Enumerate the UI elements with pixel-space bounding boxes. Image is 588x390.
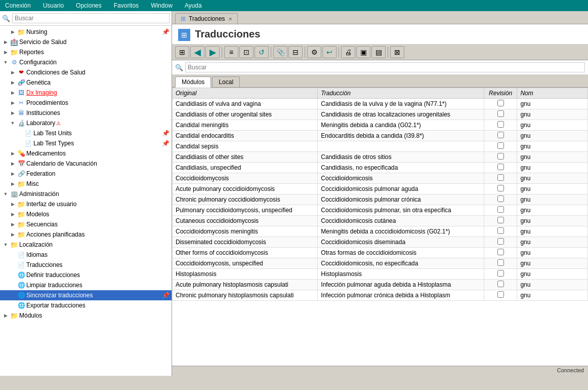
expand-button[interactable]: ⊞ [175,46,189,58]
cell-revision[interactable] [484,237,517,248]
cell-revision[interactable] [484,226,517,237]
sidebar-item-secuencias[interactable]: ▶ 📁 Secuencias [0,219,172,229]
menu-ayuda[interactable]: Ayuda [182,1,205,10]
revision-checkbox[interactable] [497,142,504,149]
menu-usuario[interactable]: Usuario [40,1,67,10]
table-row[interactable]: Histoplasmosis Histoplasmosis gnu [173,269,588,280]
cell-revision[interactable] [484,120,517,131]
menu-opciones[interactable]: Opciones [73,1,105,10]
revision-checkbox[interactable] [497,132,504,138]
revision-checkbox[interactable] [497,196,504,202]
cell-revision[interactable] [484,163,517,173]
view-button[interactable]: ⊟ [288,46,303,58]
sidebar-item-procedimientos[interactable]: ▶ ✂ Procedimientos [0,98,172,108]
table-row[interactable]: Coccidioidomycosis Coccidioidomicosis gn… [173,173,588,184]
table-row[interactable]: Candidiasis of other sites Candidiasis d… [173,152,588,163]
content-search-input[interactable] [185,62,585,72]
revision-checkbox[interactable] [497,185,504,191]
revision-checkbox[interactable] [497,121,504,128]
sidebar-item-acciones[interactable]: ▶ 📁 Acciones planificadas [0,229,172,240]
cell-revision[interactable] [484,152,517,163]
cell-revision[interactable] [484,290,517,301]
revision-checkbox[interactable] [497,206,504,213]
revision-checkbox[interactable] [497,217,504,223]
sidebar-search-input[interactable] [12,13,170,23]
sidebar-item-traducciones[interactable]: 📄 Traducciones [0,260,172,270]
settings-button[interactable]: ⚙ [307,46,321,58]
revision-checkbox[interactable] [497,281,504,287]
table-row[interactable]: Chronic pulmonary histoplasmosis capsula… [173,290,588,301]
sidebar-item-exportar[interactable]: 🌐 Exportar traducciones [0,300,172,310]
sidebar-item-limpiar[interactable]: 🌐 Limpiar traducciones [0,280,172,290]
sidebar-item-servicio[interactable]: ▶ 🏥 Servicio de Salud [0,37,172,47]
revision-checkbox[interactable] [497,270,504,277]
print-button[interactable]: 🖨 [341,46,355,58]
tab-local[interactable]: Local [212,76,240,87]
menu-conexion[interactable]: Conexión [2,1,34,10]
revision-checkbox[interactable] [497,110,504,117]
cell-revision[interactable] [484,194,517,205]
table-row[interactable]: Candidiasis of other urogenital sites Ca… [173,109,588,120]
export-button[interactable]: ▤ [371,46,386,58]
revision-checkbox[interactable] [497,227,504,234]
sidebar-item-genetica[interactable]: ▶ 🧬 Genética [0,77,172,88]
revision-checkbox[interactable] [497,164,504,170]
sidebar-item-sincronizar[interactable]: 🌐 Sincronizar traducciones 📌 [0,290,172,300]
revision-checkbox[interactable] [497,291,504,298]
sidebar-item-medicamentos[interactable]: ▶ 💊 Medicamentos [0,148,172,159]
sidebar-item-administracion[interactable]: ▼ 🏢 Administración [0,189,172,199]
cell-revision[interactable] [484,248,517,258]
menu-favoritos[interactable]: Favoritos [111,1,142,10]
cell-revision[interactable] [484,173,517,184]
cell-revision[interactable] [484,269,517,280]
table-row[interactable]: Coccidioidomycosis, unspecified Coccidio… [173,258,588,269]
revision-checkbox[interactable] [497,238,504,245]
sidebar-item-interfaz[interactable]: ▶ 📁 Interfaz de usuario [0,199,172,209]
table-row[interactable]: Acute pulmonary histoplasmosis capsulati… [173,280,588,290]
table-row[interactable]: Other forms of coccidioidomycosis Otras … [173,248,588,258]
sidebar-item-modulos[interactable]: ▶ 📁 Módulos [0,310,172,321]
sidebar-item-modelos[interactable]: ▶ 📁 Modelos [0,209,172,219]
sidebar-item-reportes[interactable]: ▶ 📁 Reportes [0,47,172,57]
tab-close-button[interactable]: ✕ [228,16,232,22]
revision-checkbox[interactable] [497,259,504,266]
grid-button[interactable]: ▣ [356,46,370,58]
table-row[interactable]: Candidal endocarditis Endocarditis debid… [173,131,588,141]
cell-revision[interactable] [484,205,517,216]
table-row[interactable]: Acute pulmonary coccidioidomycosis Cocci… [173,184,588,194]
cell-revision[interactable] [484,109,517,120]
sidebar-item-federation[interactable]: ▶ 🔗 Federation [0,169,172,179]
table-row[interactable]: Candidiasis, unspecified Candidiasis, no… [173,163,588,173]
sidebar-item-calendario[interactable]: ▶ 📅 Calendario de Vacunación [0,159,172,169]
sidebar-item-localizacion[interactable]: ▼ 📁 Localización [0,240,172,250]
revision-checkbox[interactable] [497,174,504,181]
sidebar-item-labtestunits[interactable]: 📄 Lab Test Units 📌 [0,128,172,138]
forward-button[interactable]: ▶ [205,46,220,58]
sidebar-item-condiciones[interactable]: ▶ ❤ Condiciones de Salud [0,67,172,77]
menu-window[interactable]: Window [148,1,176,10]
revision-checkbox[interactable] [497,153,504,160]
cell-revision[interactable] [484,99,517,109]
back-button[interactable]: ◀ [190,46,204,58]
attach-button[interactable]: 📎 [273,46,287,58]
sidebar-item-instituciones[interactable]: ▶ 🏛 Instituciones [0,108,172,118]
sidebar-item-configuracion[interactable]: ▼ ⚙ Configuración [0,57,172,67]
table-row[interactable]: Candidal meningitis Meningitis debida a … [173,120,588,131]
sidebar-item-labtesttypes[interactable]: 📄 Lab Test Types 📌 [0,138,172,148]
table-row[interactable]: Chronic pulmonary coccidioidomycosis Coc… [173,194,588,205]
sidebar-item-idiomas[interactable]: 📄 Idiomas [0,250,172,260]
cell-revision[interactable] [484,141,517,152]
sidebar-item-definir[interactable]: 🌐 Definir traducciones [0,270,172,280]
cell-revision[interactable] [484,258,517,269]
table-row[interactable]: Cutaneous coccidioidomycosis Coccidioido… [173,216,588,226]
undo-button[interactable]: ↩ [322,46,337,58]
tab-modulos[interactable]: Módulos [175,76,211,88]
table-row[interactable]: Candidiasis of vulva and vagina Candidia… [173,99,588,109]
action-button[interactable]: ⊠ [390,46,404,58]
list-button[interactable]: ≡ [224,46,238,58]
refresh-button[interactable]: ↺ [255,46,269,58]
table-row[interactable]: Coccidioidomycosis meningitis Meningitis… [173,226,588,237]
print-preview-button[interactable]: ⊡ [239,46,254,58]
table-row[interactable]: Candidal sepsis gnu [173,141,588,152]
table-row[interactable]: Pulmonary coccidioidomycosis, unspecifie… [173,205,588,216]
